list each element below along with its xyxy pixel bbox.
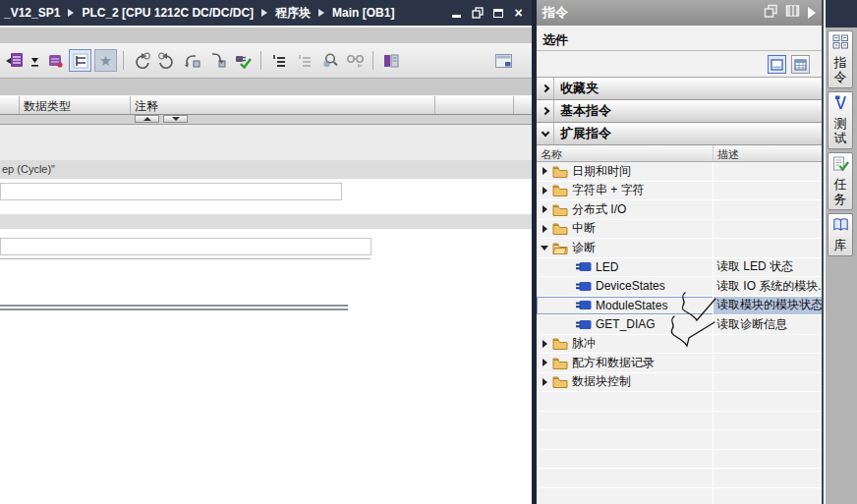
expander-icon[interactable] (537, 378, 552, 386)
jump-forward-icon[interactable] (155, 49, 178, 72)
column-header-datatype: 数据类型 (20, 96, 131, 114)
instructions-grid-icon (832, 34, 849, 53)
task-card-strip: 指令 测试 任务 库 (826, 0, 857, 504)
section-basic-instructions[interactable]: 基本指令 (537, 100, 822, 123)
goto-previous-icon[interactable] (181, 49, 203, 72)
breadcrumb-item-program-blocks[interactable]: 程序块 (275, 5, 311, 22)
panel-title: 指令 (543, 4, 764, 22)
expander-icon[interactable] (537, 340, 552, 348)
block-comment-field[interactable] (0, 183, 342, 200)
instruction-icon (576, 261, 592, 272)
expander-icon[interactable] (537, 187, 552, 195)
expander-icon[interactable] (537, 246, 552, 251)
section-label: 收藏夹 (554, 80, 599, 97)
network-comment-field[interactable] (0, 238, 371, 255)
breadcrumb-separator-icon (318, 9, 324, 17)
tree-item-label: ModuleStates (596, 299, 667, 312)
tree-item-desc: 读取 LED 状态 (716, 258, 793, 275)
close-icon[interactable]: × (511, 6, 526, 20)
instruction-tree: 日期和时间 字符串 + 字符 分布式 I/O 中断 (537, 162, 822, 504)
tree-item-label: LED (596, 260, 618, 274)
tab-testing[interactable]: 测试 (828, 91, 853, 149)
breadcrumb-item-main-ob1[interactable]: Main [OB1] (332, 6, 394, 20)
insert-row-dropdown-icon[interactable] (29, 49, 40, 72)
tree-item-diagnostics[interactable]: 诊断 (537, 239, 822, 258)
section-extended-instructions[interactable]: 扩展指令 (537, 123, 822, 145)
add-block-icon[interactable] (43, 49, 66, 72)
editor-toolbar: ★ (0, 43, 532, 79)
network-title-bar[interactable] (0, 214, 532, 229)
tree-item-label: DeviceStates (596, 279, 665, 293)
column-header-extra2 (514, 96, 532, 114)
tab-tasks[interactable]: 任务 (828, 152, 853, 210)
breadcrumb-item-plc[interactable]: PLC_2 [CPU 1212C DC/DC/DC] (82, 6, 254, 20)
tree-item-recipes-datalog[interactable]: 配方和数据记录 (537, 354, 822, 373)
tree-item-interrupts[interactable]: 中断 (537, 220, 822, 240)
tree-item-led[interactable]: LED 读取 LED 状态 (537, 258, 822, 278)
symbolic-operands-icon[interactable] (267, 49, 290, 72)
tree-item-label: 数据块控制 (572, 373, 631, 390)
instruction-icon (576, 300, 592, 310)
tree-item-modulestates[interactable]: ModuleStates 读取模块的模块状态 (537, 297, 822, 316)
monitoring-glasses-icon[interactable] (344, 49, 367, 72)
collapse-interface-button[interactable] (135, 115, 159, 123)
tree-empty-row (537, 469, 822, 488)
tree-item-label: 诊断 (572, 240, 596, 256)
restore-icon[interactable] (470, 6, 485, 20)
tree-column-desc[interactable]: 描述 (714, 145, 822, 161)
open-folder-icon (552, 242, 568, 254)
overview-view-button[interactable] (768, 55, 786, 74)
tree-item-date-time[interactable]: 日期和时间 (537, 162, 822, 182)
tree-item-pulse[interactable]: 脉冲 (537, 335, 822, 355)
tree-column-name[interactable]: 名称 (537, 145, 714, 161)
absolute-operands-icon[interactable] (293, 49, 315, 72)
tree-item-distributed-io[interactable]: 分布式 I/O (537, 200, 822, 220)
tree-item-db-control[interactable]: 数据块控制 (537, 373, 822, 393)
detail-view-button[interactable] (791, 55, 810, 74)
expander-icon[interactable] (537, 359, 552, 366)
maximize-icon[interactable] (490, 6, 505, 20)
consistency-check-icon[interactable] (232, 49, 255, 72)
instructions-panel: 指令 选件 收藏夹 (537, 0, 824, 504)
float-panel-icon[interactable] (764, 4, 777, 22)
program-canvas[interactable]: ep (Cycle)" (0, 125, 532, 504)
expander-icon[interactable] (537, 205, 552, 213)
ladder-view-toggle-icon[interactable] (69, 49, 91, 72)
expander-icon[interactable] (537, 167, 552, 175)
tree-item-label: 脉冲 (572, 335, 596, 352)
goto-next-icon[interactable] (206, 49, 229, 72)
expander-icon[interactable] (537, 225, 552, 233)
tab-instructions[interactable]: 指令 (828, 30, 853, 88)
jump-back-icon[interactable] (130, 49, 152, 72)
window-controls: × (449, 6, 528, 20)
expand-interface-button[interactable] (163, 115, 188, 123)
minimize-icon[interactable] (449, 6, 464, 20)
insert-network-icon[interactable] (3, 49, 26, 72)
comment-underline (0, 258, 371, 259)
tree-empty-row (537, 450, 822, 470)
tree-item-get-diag[interactable]: GET_DIAG 读取诊断信息 (537, 315, 822, 335)
panel-columns-icon[interactable] (785, 4, 800, 22)
breadcrumb-separator-icon (68, 9, 74, 17)
block-title-bar[interactable]: ep (Cycle)" (0, 160, 532, 179)
collapse-panel-icon[interactable] (808, 7, 816, 19)
tab-libraries[interactable]: 库 (828, 213, 853, 256)
section-favorites[interactable]: 收藏夹 (537, 78, 822, 100)
favorites-toggle-icon[interactable]: ★ (94, 49, 117, 72)
tree-item-devicestates[interactable]: DeviceStates 读取 IO 系统的模块.. (537, 277, 822, 297)
breadcrumb-item-project[interactable]: _V12_SP1 (4, 6, 60, 20)
section-label: 基本指令 (554, 102, 611, 120)
tab-label: 指令 (833, 55, 847, 84)
breadcrumb-separator-icon (261, 9, 267, 17)
split-editor-icon[interactable] (379, 49, 402, 72)
find-icon[interactable] (318, 49, 341, 72)
interface-splitter[interactable] (0, 115, 532, 125)
tree-item-string-char[interactable]: 字符串 + 字符 (537, 182, 822, 201)
editor-gap (0, 79, 532, 96)
tree-column-headers: 名称 描述 (537, 145, 822, 162)
chevron-down-icon (537, 123, 554, 144)
tree-empty-row (537, 412, 822, 431)
tree-empty-row (537, 488, 822, 504)
editor-window-icon[interactable] (492, 49, 515, 72)
instruction-icon (576, 319, 592, 330)
